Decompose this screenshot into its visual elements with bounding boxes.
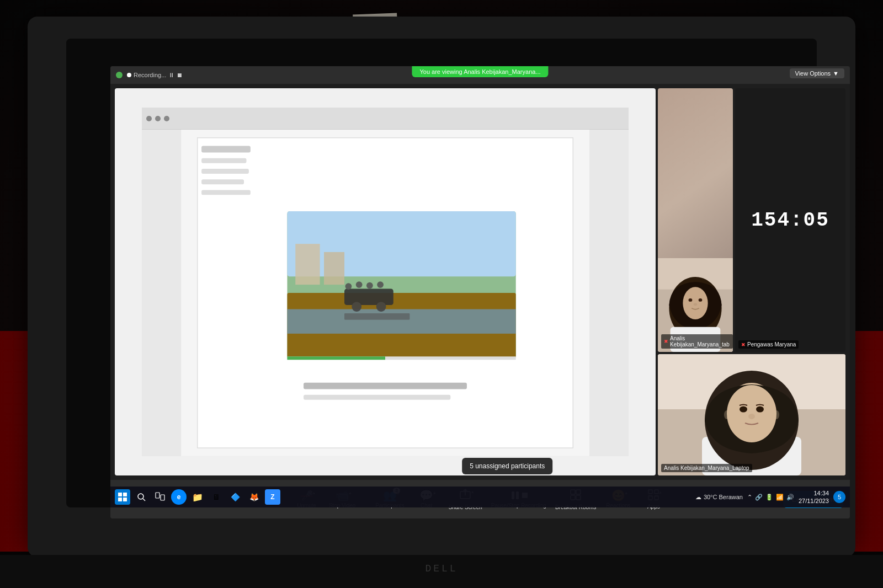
svg-rect-8 [287, 211, 515, 276]
participant-2-name: Pengawas Maryana [747, 341, 796, 348]
battery-icon[interactable]: 🔋 [765, 494, 773, 501]
svg-rect-5 [201, 179, 244, 184]
participant-3-name: Analis Kebijakan_Maryana_Laptop [664, 465, 749, 471]
svg-point-17 [356, 281, 363, 288]
svg-rect-20 [344, 313, 409, 320]
svg-point-32 [699, 298, 703, 302]
weather-temp: 30°C Berawan [704, 494, 743, 500]
recording-badge: Recording... ⏸ ⏹ [127, 72, 183, 78]
view-options-button[interactable]: View Options ▼ [790, 68, 845, 78]
weather-widget: ☁ 30°C Berawan [695, 494, 743, 501]
svg-rect-4 [201, 169, 249, 174]
tooltip-unassigned: 5 unassigned participants [462, 458, 552, 474]
participant-3-nametag: Analis Kebijakan_Maryana_Laptop [661, 464, 752, 472]
notification-count: 5 [838, 494, 841, 500]
edge-icon: e [177, 493, 181, 501]
svg-rect-56 [118, 493, 122, 496]
folder-icon: 📁 [192, 492, 203, 503]
video-cell-participant-1: ✖ Analis Kebijakan_Maryana_tab [658, 88, 733, 352]
window-control-green[interactable] [116, 72, 123, 78]
svg-point-14 [352, 302, 361, 312]
participant-1-name: Analis Kebijakan_Maryana_tab [670, 335, 730, 348]
svg-point-18 [366, 282, 373, 289]
svg-point-33 [694, 303, 698, 306]
notification-center[interactable]: 5 [833, 491, 845, 503]
rec-pause-btn[interactable]: ⏸ [168, 72, 174, 78]
taskbar-app-2[interactable]: 🔷 [227, 489, 243, 505]
svg-point-43 [756, 407, 764, 413]
laptop-body: Recording... ⏸ ⏹ You are viewing Analis … [28, 17, 855, 557]
taskbar-time: 14:34 [799, 489, 829, 497]
network-icon[interactable]: 🔗 [755, 494, 763, 501]
svg-rect-59 [123, 498, 127, 501]
taskbar-app-3-icon: 🦊 [249, 493, 259, 501]
tooltip-text: 5 unassigned participants [470, 462, 545, 470]
rec-stop-btn[interactable]: ⏹ [177, 72, 183, 78]
zoom-window: Recording... ⏸ ⏹ You are viewing Analis … [110, 66, 850, 518]
svg-point-60 [138, 494, 143, 499]
participant-3-face [658, 354, 845, 475]
taskbar-right-section: ☁ 30°C Berawan ⌃ 🔗 🔋 📶 🔊 14:34 27/11/202… [695, 489, 845, 505]
taskbar-file-explorer[interactable]: 📁 [190, 489, 205, 505]
svg-rect-10 [287, 309, 515, 334]
screen-bezel: Recording... ⏸ ⏹ You are viewing Analis … [66, 39, 817, 507]
taskbar-date: 27/11/2023 [799, 497, 829, 505]
svg-point-15 [376, 302, 386, 312]
taskbar-clock[interactable]: 14:34 27/11/2023 [799, 489, 829, 505]
keyboard-area: DELL [0, 555, 883, 588]
svg-point-44 [748, 414, 755, 419]
zoom-top-bar: Recording... ⏸ ⏹ You are viewing Analis … [110, 66, 850, 84]
system-tray: ⌃ 🔗 🔋 📶 🔊 [747, 494, 794, 501]
svg-rect-23 [304, 383, 467, 389]
taskbar-app-1-icon: 🖥 [212, 493, 220, 501]
svg-point-46 [774, 410, 779, 419]
svg-rect-2 [201, 146, 251, 153]
participant-2-nametag: ✖ Pengawas Maryana [738, 340, 799, 349]
svg-rect-57 [123, 493, 127, 496]
presentation-content-svg [142, 130, 629, 456]
rec-dot [127, 73, 131, 77]
zoom-icon: Z [270, 493, 274, 501]
search-icon [136, 492, 146, 502]
svg-rect-22 [287, 356, 385, 360]
recording-label: Recording... [134, 72, 166, 78]
simulated-top-bar [142, 108, 629, 130]
taskbar-zoom-active[interactable]: Z [265, 489, 280, 505]
svg-rect-63 [161, 495, 164, 500]
windows-start-button[interactable] [115, 489, 130, 505]
windows-taskbar: e 📁 🖥 🔷 🦊 Z ☁ 30°C [110, 487, 850, 507]
task-view-icon [155, 492, 165, 502]
svg-rect-12 [324, 252, 344, 285]
main-content-area: ✖ Analis Kebijakan_Maryana_tab 154:05 ✖ … [110, 84, 850, 480]
svg-rect-58 [118, 498, 122, 501]
taskbar-edge[interactable]: e [171, 489, 187, 505]
taskbar-app-1[interactable]: 🖥 [209, 489, 224, 505]
svg-rect-11 [295, 244, 320, 285]
shared-screen-inner [115, 88, 656, 475]
taskbar-search[interactable] [134, 489, 149, 505]
taskbar-app-2-icon: 🔷 [231, 493, 240, 501]
wifi-icon[interactable]: 📶 [776, 494, 784, 501]
meeting-timer: 154:05 [735, 88, 845, 352]
video-cell-participant-3: Analis Kebijakan_Maryana_Laptop [658, 354, 845, 475]
video-panels: ✖ Analis Kebijakan_Maryana_tab 154:05 ✖ … [658, 88, 845, 475]
mute-icon-2: ✖ [741, 342, 746, 348]
video-cell-timer: 154:05 ✖ Pengawas Maryana [735, 88, 845, 352]
participant-1-face [658, 88, 733, 352]
screen-content-simulation [142, 108, 629, 456]
svg-line-61 [143, 499, 145, 501]
svg-rect-62 [156, 493, 159, 498]
view-options-chevron: ▼ [833, 70, 839, 77]
chevron-up-icon[interactable]: ⌃ [747, 494, 752, 501]
svg-rect-6 [201, 190, 251, 195]
dell-logo: DELL [0, 555, 883, 574]
svg-point-42 [740, 407, 747, 413]
volume-icon[interactable]: 🔊 [786, 494, 794, 501]
mute-icon-1: ✖ [664, 339, 668, 344]
video-top-row: ✖ Analis Kebijakan_Maryana_tab 154:05 ✖ … [658, 88, 845, 352]
svg-point-45 [724, 410, 730, 419]
participant-1-nametag: ✖ Analis Kebijakan_Maryana_tab [661, 334, 733, 349]
svg-point-31 [689, 298, 693, 302]
taskbar-task-view[interactable] [152, 489, 168, 505]
taskbar-app-3[interactable]: 🦊 [246, 489, 262, 505]
